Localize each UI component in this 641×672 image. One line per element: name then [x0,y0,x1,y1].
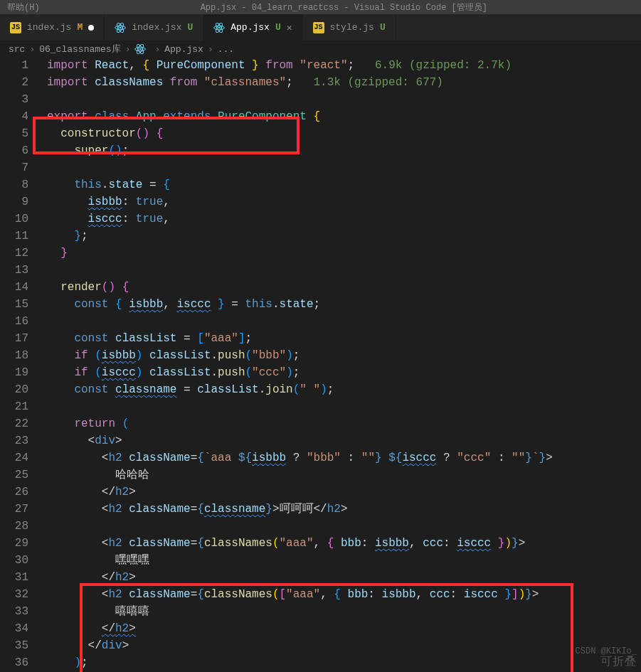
chevron-right-icon: › [125,44,131,55]
line-number: 3 [0,91,28,108]
editor-tabs: JSindex.jsMindex.jsxUApp.jsxU✕JSstyle.js… [0,14,641,41]
line-number: 35 [0,637,28,654]
code-line[interactable]: isccc: true, [47,210,641,228]
line-number: 5 [0,125,28,142]
line-number: 6 [0,142,28,159]
chevron-right-icon: › [29,44,35,55]
code-line[interactable]: export class App extends PureComponent { [47,108,641,125]
chevron-right-icon: › [208,44,213,55]
menu-help[interactable]: 帮助(H) [7,1,40,14]
line-number: 25 [0,466,28,484]
code-line[interactable] [47,262,641,279]
dirty-dot-icon [88,25,94,31]
tab-label: App.jsx [231,22,270,33]
code-line[interactable]: import classNames from "classnames"; 1.3… [47,74,641,91]
code-line[interactable]: if (isccc) classList.push("ccc"); [47,364,641,381]
window-title: App.jsx - 04_learn_reactcss - Visual Stu… [54,1,634,14]
code-line[interactable]: <h2 className={`aaa ${isbbb ? "bbb" : ""… [47,449,641,466]
line-number: 10 [0,210,28,228]
tab-style-js[interactable]: JSstyle.jsU [303,14,396,41]
code-line[interactable] [47,313,641,330]
code-line[interactable]: const classList = ["aaa"]; [47,330,641,347]
line-number: 12 [0,245,28,262]
line-number: 22 [0,415,28,432]
code-line[interactable]: </h2> [47,569,641,586]
chevron-right-icon: › [154,44,160,55]
line-number: 27 [0,501,28,518]
tab-status: U [187,22,193,33]
code-line[interactable]: const { isbbb, isccc } = this.state; [47,296,641,313]
line-number: 4 [0,108,28,125]
code-line[interactable] [47,159,641,176]
line-number: 32 [0,586,28,603]
react-icon [134,43,146,55]
code-line[interactable]: 嘻嘻嘻 [47,603,641,620]
code-line[interactable]: 嘿嘿嘿 [47,552,641,569]
line-number: 2 [0,74,28,91]
breadcrumb-part[interactable]: App.jsx [164,44,203,55]
react-icon [213,22,225,33]
line-number: 11 [0,228,28,245]
code-line[interactable]: </div> [47,637,641,654]
line-number: 21 [0,398,28,415]
line-number: 9 [0,193,28,210]
code-line[interactable] [47,518,641,535]
code-line[interactable]: }; [47,228,641,245]
code-line[interactable] [47,91,641,108]
code-line[interactable]: const classname = classList.join(" "); [47,381,641,398]
line-number: 24 [0,449,28,466]
line-number: 20 [0,381,28,398]
line-number: 31 [0,569,28,586]
code-line[interactable]: return ( [47,415,641,432]
code-line[interactable]: </h2> [47,484,641,501]
breadcrumbs[interactable]: src›06_classnames库››App.jsx›... [0,41,641,57]
line-number: 19 [0,364,28,381]
code-line[interactable]: isbbb: true, [47,193,641,210]
code-line[interactable]: import React, { PureComponent } from "re… [47,57,641,74]
breadcrumb-part[interactable]: 06_classnames库 [39,43,120,55]
code-line[interactable]: 哈哈哈 [47,466,641,484]
tab-index-js[interactable]: JSindex.jsM [0,14,105,41]
code-line[interactable]: <div> [47,432,641,449]
line-number: 1 [0,57,28,74]
svg-point-7 [218,26,221,28]
tab-status: U [380,22,386,33]
line-number: 26 [0,484,28,501]
line-number: 16 [0,313,28,330]
line-number: 13 [0,262,28,279]
line-number: 29 [0,535,28,552]
code-line[interactable]: if (isbbb) classList.push("bbb"); [47,347,641,364]
code-line[interactable]: super(); [47,142,641,159]
code-line[interactable]: <h2 className={classNames("aaa", { bbb: … [47,535,641,552]
line-number: 14 [0,279,28,296]
line-number: 17 [0,330,28,347]
code-line[interactable]: <h2 className={classNames(["aaa", { bbb:… [47,586,641,603]
code-line[interactable]: </h2> [47,620,641,637]
breadcrumb-part[interactable]: ... [218,44,234,55]
tab-App-jsx[interactable]: App.jsxU✕ [203,14,302,41]
line-number: 33 [0,603,28,620]
js-icon: JS [313,22,324,33]
close-icon[interactable]: ✕ [287,22,292,33]
tab-status: U [275,22,281,33]
line-number: 7 [0,159,28,176]
breadcrumb-part[interactable]: src [9,44,25,55]
titlebar: 帮助(H) App.jsx - 04_learn_reactcss - Visu… [0,0,641,14]
code-editor[interactable]: 1234567891011121314151617181920212223242… [0,57,641,672]
line-number: 30 [0,552,28,569]
tab-status: M [77,22,83,33]
code-line[interactable]: constructor() { [47,125,641,142]
tab-label: index.jsx [132,22,181,33]
code-area[interactable]: import React, { PureComponent } from "re… [47,57,641,671]
code-line[interactable]: <h2 className={classname}>呵呵呵</h2> [47,501,641,518]
tab-label: index.js [27,22,71,33]
svg-point-11 [139,48,142,50]
tab-index-jsx[interactable]: index.jsxU [105,14,203,41]
code-line[interactable]: } [47,245,641,262]
line-number: 36 [0,654,28,671]
line-gutter: 1234567891011121314151617181920212223242… [0,57,36,671]
code-line[interactable]: this.state = { [47,176,641,193]
code-line[interactable]: ); [47,654,641,671]
code-line[interactable] [47,398,641,415]
code-line[interactable]: render() { [47,279,641,296]
